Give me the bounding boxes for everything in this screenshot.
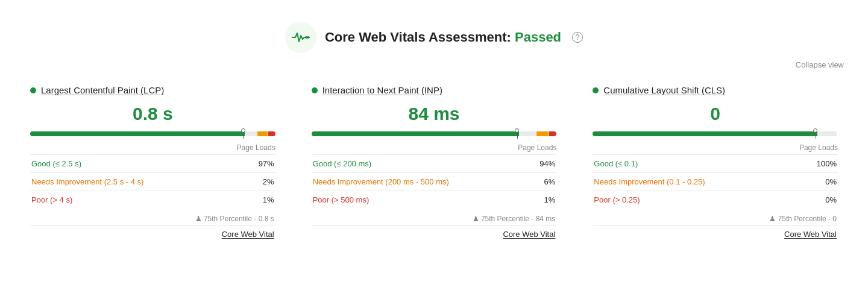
stat-value: 1% [528, 191, 556, 209]
stat-row: Good (≤ 2.5 s) 97% [30, 155, 275, 173]
stat-row: Good (≤ 0.1) 100% [593, 155, 838, 173]
stat-value: 2% [242, 173, 275, 191]
stat-label: Poor (> 500 ms) [312, 191, 529, 209]
status-badge: Passed [515, 30, 561, 45]
core-web-vital-link-lcp[interactable]: Core Web Vital [222, 230, 274, 239]
stat-row: Needs Improvement (0.1 - 0.25) 0% [593, 173, 838, 191]
stat-row: Poor (> 0.25) 0% [593, 191, 838, 209]
stats-table-inp: Good (≤ 200 ms) 94% Needs Improvement (2… [312, 154, 557, 209]
bar-track-cls [593, 131, 838, 136]
page-loads-label: Page Loads [312, 143, 557, 152]
metric-card-inp: Interaction to Next Paint (INP) 84 ms Pa… [306, 85, 563, 239]
core-web-vital-link-cls[interactable]: Core Web Vital [784, 230, 837, 239]
bar-green [30, 131, 245, 136]
bar-red [549, 131, 556, 136]
percentile-row-lcp: ♟ 75th Percentile - 0.8 s [30, 209, 275, 225]
green-dot [312, 87, 318, 93]
stat-value: 1% [242, 191, 275, 209]
page-loads-label: Page Loads [30, 143, 275, 152]
stat-label: Good (≤ 2.5 s) [30, 155, 242, 173]
bar-container-inp [312, 131, 557, 140]
page-loads-label: Page Loads [593, 143, 838, 152]
percentile-text: ♟ 75th Percentile - 0 [769, 215, 837, 223]
green-dot [30, 87, 36, 93]
marker-circle [241, 128, 245, 133]
bar-container-cls [593, 131, 838, 140]
stat-label: Needs Improvement (0.1 - 0.25) [593, 173, 797, 191]
core-web-vital-link-inp[interactable]: Core Web Vital [503, 230, 555, 239]
bar-marker [517, 130, 518, 139]
vitals-icon [285, 22, 316, 53]
stat-value: 0% [797, 191, 838, 209]
help-icon[interactable]: ? [572, 32, 583, 43]
stat-value: 100% [797, 155, 838, 173]
stat-row: Needs Improvement (2.5 s - 4 s) 2% [30, 173, 275, 191]
stat-label: Needs Improvement (2.5 s - 4 s) [30, 173, 242, 191]
bar-track-lcp [30, 131, 275, 136]
metric-value-cls: 0 [593, 104, 838, 124]
metric-card-cls: Cumulative Layout Shift (CLS) 0 Page Loa… [587, 85, 844, 239]
metric-value-inp: 84 ms [312, 104, 557, 124]
stat-label: Poor (> 0.25) [593, 191, 797, 209]
stat-label: Good (≤ 0.1) [593, 155, 797, 173]
header: Core Web Vitals Assessment: Passed ? [24, 12, 844, 58]
stats-table-lcp: Good (≤ 2.5 s) 97% Needs Improvement (2.… [30, 154, 275, 209]
bar-empty [519, 131, 536, 136]
stat-row: Needs Improvement (200 ms - 500 ms) 6% [312, 173, 557, 191]
green-dot [593, 87, 599, 93]
core-web-vital-row: Core Web Vital [593, 226, 838, 239]
core-web-vital-row: Core Web Vital [30, 226, 275, 239]
stat-row: Poor (> 4 s) 1% [30, 191, 275, 209]
bar-container-lcp [30, 131, 275, 140]
bar-empty [817, 131, 837, 136]
stats-table-cls: Good (≤ 0.1) 100% Needs Improvement (0.1… [593, 154, 838, 209]
core-web-vital-row: Core Web Vital [312, 226, 557, 239]
bar-green [593, 131, 817, 136]
metric-link-inp[interactable]: Interaction to Next Paint (INP) [322, 85, 442, 95]
collapse-button[interactable]: Collapse view [796, 60, 844, 69]
percentile-text: ♟ 75th Percentile - 0.8 s [195, 215, 274, 223]
bar-green [312, 131, 519, 136]
stat-label: Good (≤ 200 ms) [312, 155, 529, 173]
metric-value-lcp: 0.8 s [30, 104, 275, 124]
metric-card-lcp: Largest Contentful Paint (LCP) 0.8 s Pag… [24, 85, 281, 239]
metrics-grid: Largest Contentful Paint (LCP) 0.8 s Pag… [24, 79, 844, 245]
bar-track-inp [312, 131, 557, 136]
metric-title-lcp: Largest Contentful Paint (LCP) [30, 85, 275, 95]
metric-link-cls[interactable]: Cumulative Layout Shift (CLS) [603, 85, 725, 95]
bar-orange [536, 131, 549, 136]
stat-value: 94% [528, 155, 556, 173]
stat-value: 97% [242, 155, 275, 173]
stat-label: Poor (> 4 s) [30, 191, 242, 209]
percentile-row-inp: ♟ 75th Percentile - 84 ms [312, 209, 557, 225]
marker-circle [813, 128, 817, 133]
bar-marker [243, 130, 244, 139]
page-title: Core Web Vitals Assessment: Passed [325, 30, 561, 45]
stat-label: Needs Improvement (200 ms - 500 ms) [312, 173, 529, 191]
stat-row: Poor (> 500 ms) 1% [312, 191, 557, 209]
marker-circle [515, 128, 519, 133]
metric-link-lcp[interactable]: Largest Contentful Paint (LCP) [41, 85, 164, 95]
stat-value: 6% [528, 173, 556, 191]
percentile-row-cls: ♟ 75th Percentile - 0 [593, 209, 838, 225]
bar-red [268, 131, 275, 136]
bar-orange [257, 131, 267, 136]
stat-row: Good (≤ 200 ms) 94% [312, 155, 557, 173]
stat-value: 0% [797, 173, 838, 191]
bar-empty [245, 131, 257, 136]
percentile-text: ♟ 75th Percentile - 84 ms [473, 215, 556, 223]
metric-title-cls: Cumulative Layout Shift (CLS) [593, 85, 838, 95]
metric-title-inp: Interaction to Next Paint (INP) [312, 85, 557, 95]
bar-marker [815, 130, 816, 139]
collapse-row: Collapse view [24, 58, 844, 79]
svg-point-1 [307, 36, 309, 39]
